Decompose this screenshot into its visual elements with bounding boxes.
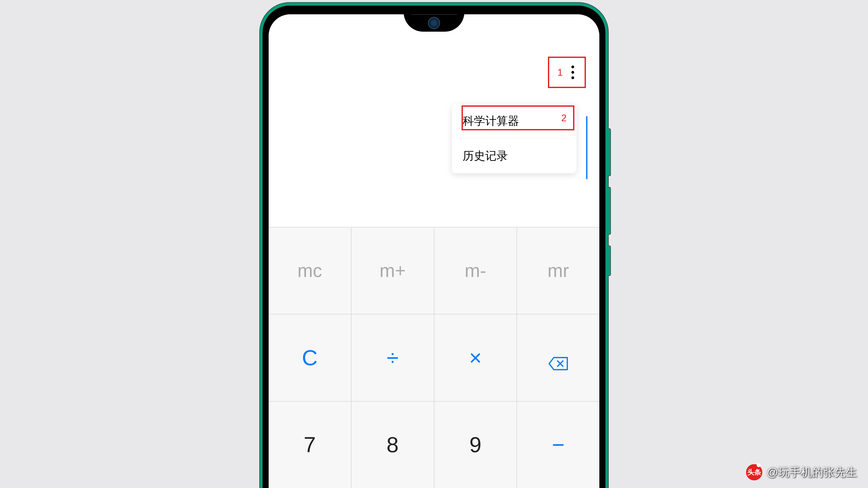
menu-item-label: 科学计算器 (463, 115, 519, 127)
menu-item-label: 历史记录 (463, 150, 508, 162)
key-divide[interactable]: ÷ (351, 315, 434, 401)
key-digit-7[interactable]: 7 (269, 402, 351, 488)
volume-button (608, 187, 611, 235)
key-clear[interactable]: C (269, 315, 351, 401)
phone-mockup: 1 科学计算器 历史记录 (259, 0, 609, 488)
key-memory-recall[interactable]: mr (517, 228, 599, 314)
callout-number-1: 1 (557, 67, 563, 78)
key-label: − (552, 432, 564, 457)
dot-icon (571, 71, 574, 74)
menu-item-history[interactable]: 历史记录 (452, 139, 577, 173)
text-cursor (586, 116, 587, 179)
key-memory-minus[interactable]: m- (434, 228, 517, 314)
phone-bezel: 1 科学计算器 历史记录 (262, 6, 606, 488)
power-button (608, 246, 611, 276)
key-label: × (469, 345, 482, 370)
key-label: C (302, 345, 317, 370)
phone-speaker (393, 14, 475, 17)
key-memory-clear[interactable]: mc (269, 228, 351, 314)
key-digit-8[interactable]: 8 (351, 402, 434, 488)
dot-icon (571, 65, 574, 68)
phone-side-buttons (608, 128, 611, 287)
callout-box-1: 1 (548, 57, 586, 88)
dot-icon (571, 76, 574, 79)
calculator-keypad: mc m+ m- mr C ÷ × (269, 227, 599, 488)
logo-text: 头条 (747, 467, 761, 477)
key-memory-plus[interactable]: m+ (351, 228, 434, 314)
menu-item-scientific-calculator[interactable]: 科学计算器 (452, 104, 577, 139)
backspace-icon (548, 351, 568, 365)
key-label: mr (548, 260, 569, 281)
key-label: ÷ (387, 345, 399, 370)
key-backspace[interactable] (517, 315, 599, 401)
more-options-button[interactable] (569, 63, 576, 82)
key-label: m+ (379, 260, 406, 281)
options-dropdown-menu: 科学计算器 历史记录 (452, 104, 577, 173)
volume-button (608, 128, 611, 176)
key-label: 8 (386, 432, 399, 457)
watermark-author: @玩手机的张先生 (767, 465, 857, 480)
key-label: 9 (469, 432, 482, 457)
key-digit-9[interactable]: 9 (434, 402, 517, 488)
key-label: mc (298, 260, 322, 281)
key-label: 7 (304, 432, 316, 457)
toutiao-logo-icon: 头条 (746, 464, 762, 480)
key-multiply[interactable]: × (434, 315, 517, 401)
phone-screen: 1 科学计算器 历史记录 (269, 14, 599, 488)
calculator-display: 1 科学计算器 历史记录 (269, 14, 599, 227)
key-label: m- (465, 260, 486, 281)
key-minus[interactable]: − (517, 402, 599, 488)
watermark: 头条 @玩手机的张先生 (746, 464, 857, 480)
